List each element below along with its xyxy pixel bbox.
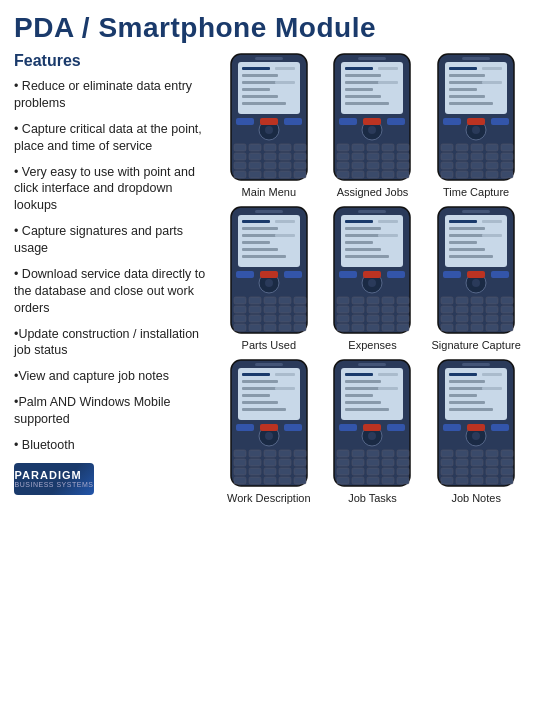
svg-rect-302 <box>482 387 502 390</box>
svg-rect-247 <box>294 459 306 466</box>
svg-rect-80 <box>482 81 502 84</box>
logo-sub: BUSINESS SYSTEMS <box>15 481 94 488</box>
svg-rect-131 <box>294 297 306 304</box>
svg-rect-208 <box>471 306 483 313</box>
svg-rect-231 <box>242 408 286 411</box>
phone-label: Job Tasks <box>348 492 397 505</box>
svg-rect-145 <box>279 324 291 331</box>
svg-rect-288 <box>382 468 394 475</box>
phone-image <box>225 205 313 335</box>
svg-rect-173 <box>397 306 409 313</box>
logo-name: PARADIGM <box>15 469 94 481</box>
svg-rect-215 <box>501 315 513 322</box>
svg-rect-139 <box>264 315 276 322</box>
svg-rect-157 <box>345 255 389 258</box>
svg-rect-188 <box>482 220 502 223</box>
svg-rect-245 <box>264 459 276 466</box>
svg-rect-261 <box>345 373 373 376</box>
phone-item: Expenses <box>324 205 420 352</box>
svg-rect-34 <box>279 171 291 178</box>
svg-rect-128 <box>249 297 261 304</box>
svg-rect-182 <box>382 324 394 331</box>
svg-rect-175 <box>352 315 364 322</box>
svg-rect-151 <box>378 220 398 223</box>
svg-rect-293 <box>382 477 394 484</box>
svg-rect-66 <box>382 162 394 169</box>
phone-image <box>432 358 520 488</box>
svg-rect-272 <box>339 424 357 431</box>
svg-rect-164 <box>337 297 349 304</box>
phone-item: Parts Used <box>221 205 317 352</box>
svg-rect-92 <box>471 144 483 151</box>
svg-rect-107 <box>471 171 483 178</box>
svg-rect-62 <box>397 153 409 160</box>
svg-rect-180 <box>352 324 364 331</box>
svg-rect-26 <box>234 162 246 169</box>
svg-rect-214 <box>486 315 498 322</box>
svg-rect-298 <box>449 373 477 376</box>
svg-rect-251 <box>279 468 291 475</box>
svg-rect-204 <box>486 297 498 304</box>
svg-rect-82 <box>449 95 485 98</box>
feature-item: • Reduce or eliminate data entry problem… <box>14 78 209 112</box>
svg-rect-99 <box>501 153 513 160</box>
svg-rect-252 <box>294 468 306 475</box>
svg-rect-303 <box>449 394 477 397</box>
svg-rect-279 <box>397 450 409 457</box>
svg-rect-103 <box>486 162 498 169</box>
svg-rect-143 <box>249 324 261 331</box>
svg-rect-133 <box>249 306 261 313</box>
svg-point-160 <box>368 279 376 287</box>
phone-item: Main Menu <box>221 52 317 199</box>
svg-rect-125 <box>260 271 278 278</box>
phone-label: Assigned Jobs <box>337 186 409 199</box>
svg-rect-98 <box>486 153 498 160</box>
feature-item: • Bluetooth <box>14 437 209 454</box>
phone-item: Work Description <box>221 358 317 505</box>
svg-rect-262 <box>378 373 398 376</box>
main-content: Features • Reduce or eliminate data entr… <box>14 52 526 708</box>
svg-rect-220 <box>501 324 513 331</box>
phone-label: Time Capture <box>443 186 509 199</box>
phone-item: Signature Capture <box>428 205 524 352</box>
svg-rect-33 <box>264 171 276 178</box>
svg-rect-163 <box>387 271 405 278</box>
svg-rect-203 <box>471 297 483 304</box>
svg-rect-256 <box>279 477 291 484</box>
svg-rect-201 <box>441 297 453 304</box>
svg-rect-142 <box>234 324 246 331</box>
phone-row: Parts UsedExpensesSignature Capture <box>219 205 526 352</box>
svg-rect-273 <box>363 424 381 431</box>
svg-rect-81 <box>449 88 477 91</box>
svg-rect-206 <box>441 306 453 313</box>
svg-rect-181 <box>367 324 379 331</box>
svg-rect-202 <box>456 297 468 304</box>
svg-rect-253 <box>234 477 246 484</box>
svg-rect-69 <box>352 171 364 178</box>
svg-rect-300 <box>449 380 485 383</box>
svg-rect-63 <box>337 162 349 169</box>
svg-rect-284 <box>397 459 409 466</box>
svg-rect-9 <box>242 102 286 105</box>
phone-label: Job Notes <box>451 492 501 505</box>
features-list: • Reduce or eliminate data entry problem… <box>14 78 209 454</box>
phone-image <box>328 358 416 488</box>
svg-rect-249 <box>249 468 261 475</box>
svg-rect-132 <box>234 306 246 313</box>
svg-rect-205 <box>501 297 513 304</box>
svg-rect-87 <box>443 118 461 125</box>
svg-rect-126 <box>284 271 302 278</box>
svg-rect-67 <box>397 162 409 169</box>
svg-rect-25 <box>294 153 306 160</box>
svg-rect-285 <box>337 468 349 475</box>
svg-rect-189 <box>449 227 485 230</box>
svg-rect-217 <box>456 324 468 331</box>
svg-rect-283 <box>382 459 394 466</box>
phone-item: Time Capture <box>428 52 524 199</box>
svg-rect-174 <box>337 315 349 322</box>
svg-rect-90 <box>441 144 453 151</box>
svg-rect-235 <box>236 424 254 431</box>
phone-row: Main MenuAssigned JobsTime Capture <box>219 52 526 199</box>
svg-rect-224 <box>242 373 270 376</box>
phone-image <box>225 52 313 182</box>
